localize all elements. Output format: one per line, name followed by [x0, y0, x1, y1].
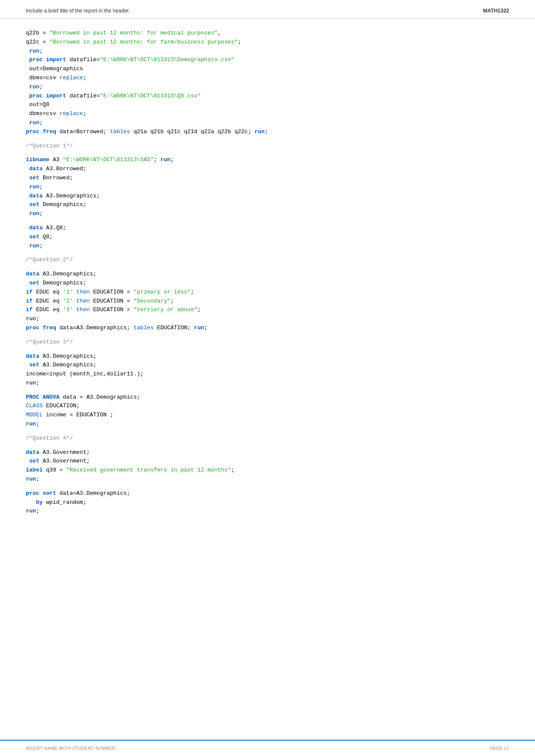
code-line: run;	[26, 47, 509, 56]
code-line: data A3.Demographics;	[26, 192, 509, 201]
comment-line: /*Question 1*/	[26, 142, 509, 151]
code-line: data A3.Demographics;	[26, 352, 509, 361]
code-line: dbms=csv replace;	[26, 74, 509, 83]
blank-line	[26, 265, 509, 270]
code-line: if EDUC eq '3' then EDUCATION = "tertiar…	[26, 306, 509, 315]
code-line: proc sort data=A3.Demographics;	[26, 489, 509, 498]
code-line: set Borrowed;	[26, 174, 509, 183]
code-line: proc freq data=Borrowed; tables q21a q21…	[26, 128, 509, 137]
code-line: if EDUC eq '1' then EDUCATION = "primary…	[26, 288, 509, 297]
page-footer: INSERT NAME WITH STUDENT NUMBER PAGE 12	[0, 740, 535, 756]
comment-line: /*Question 4*/	[26, 434, 509, 443]
code-line: proc import datafile="E:\WORK\NT\OCT\813…	[26, 92, 509, 101]
blank-line	[26, 388, 509, 393]
code-line: data A3.Demographics;	[26, 270, 509, 279]
code-area: q22b = "Borrowed in past 12 months: for …	[0, 19, 535, 542]
code-line: set A3.Demographics;	[26, 361, 509, 370]
comment-line: /*Question 2*/	[26, 256, 509, 265]
blank-line	[26, 484, 509, 489]
code-line: proc import datafile="E:\WORK\NT\OCT\813…	[26, 56, 509, 65]
code-line: run;	[26, 209, 509, 219]
code-line: income=input (month_inc,dollar11.);	[26, 370, 509, 379]
code-line: data A3.Borrowed;	[26, 165, 509, 174]
footer-student: INSERT NAME WITH STUDENT NUMBER	[26, 746, 116, 751]
code-line: run;	[26, 83, 509, 92]
blank-line	[26, 333, 509, 338]
blank-line	[26, 150, 509, 156]
code-line: proc freq data=A3.Demographics; tables E…	[26, 324, 509, 333]
code-line: MODEL income = EDUCATION ;	[26, 411, 509, 420]
code-line: out=Demographics	[26, 65, 509, 74]
code-line: set A3.Government;	[26, 457, 509, 466]
code-line: q22c = "Borrowed in past 12 months: for …	[26, 38, 509, 47]
header-course: MATH1322	[483, 8, 509, 14]
blank-line	[26, 219, 509, 224]
code-line: run;	[26, 119, 509, 128]
code-line: run;	[26, 242, 509, 251]
footer-page: PAGE 12	[490, 746, 509, 751]
comment-line: /*Question 3*/	[26, 338, 509, 347]
code-line: libname A3 "E:\WORK\NT\OCT\813313\SAS"; …	[26, 156, 509, 165]
code-line: run;	[26, 507, 509, 516]
code-line: run;	[26, 420, 509, 429]
code-line: CLASS EDUCATION;	[26, 402, 509, 411]
code-line: data A3.Q8;	[26, 224, 509, 233]
blank-line	[26, 443, 509, 448]
code-line: dbms=csv replace;	[26, 109, 509, 119]
code-line: set Demographics;	[26, 200, 509, 209]
code-line: PROC ANOVA data = A3.Demographics;	[26, 393, 509, 402]
code-line: run;	[26, 315, 509, 324]
blank-line	[26, 347, 509, 352]
page-header: Include a brief title of the report in t…	[0, 0, 535, 19]
code-line: out=Q8	[26, 100, 509, 109]
code-line: run;	[26, 183, 509, 192]
page: Include a brief title of the report in t…	[0, 0, 535, 756]
code-line: data A3.Government;	[26, 448, 509, 457]
blank-line	[26, 429, 509, 434]
code-line: by wpid_random;	[26, 498, 509, 507]
code-line: set Q8;	[26, 233, 509, 242]
blank-line	[26, 137, 509, 142]
code-line: set Demographics;	[26, 279, 509, 288]
code-line: run;	[26, 475, 509, 484]
code-line: run;	[26, 379, 509, 388]
code-line: if EDUC eq '2' then EDUCATION = "Seconda…	[26, 297, 509, 306]
code-line: q22b = "Borrowed in past 12 months: for …	[26, 29, 509, 38]
code-line: label q39 = "Received government transfe…	[26, 466, 509, 475]
header-title: Include a brief title of the report in t…	[26, 8, 130, 14]
blank-line	[26, 250, 509, 256]
